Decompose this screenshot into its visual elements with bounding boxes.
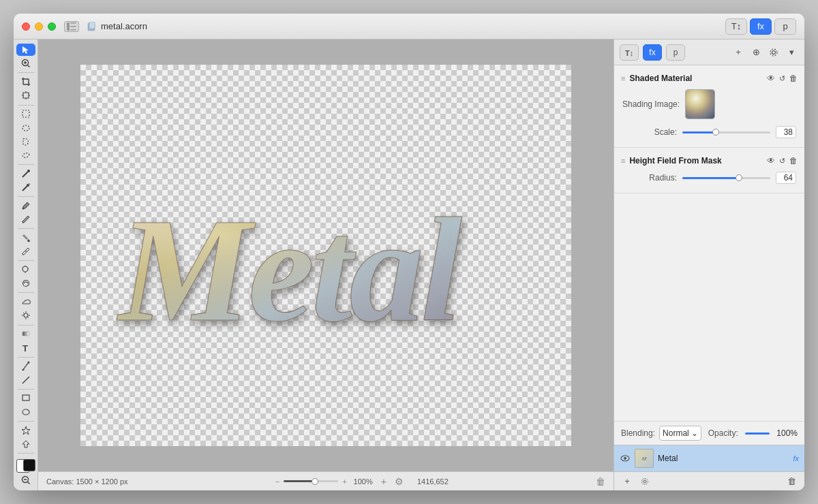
add-effect-button[interactable]: + bbox=[731, 45, 746, 60]
panel-actions: + ⊕ ▾ bbox=[731, 45, 799, 60]
line-tool[interactable] bbox=[16, 374, 35, 386]
color-picker[interactable] bbox=[16, 459, 35, 471]
radius-value[interactable]: 64 bbox=[776, 172, 796, 184]
svg-text:T: T bbox=[22, 343, 28, 353]
panel-tab-fx[interactable]: fx bbox=[643, 44, 662, 61]
params-tab[interactable]: p bbox=[774, 18, 796, 35]
scale-label: Scale: bbox=[622, 127, 677, 137]
svg-marker-6 bbox=[22, 46, 29, 54]
tools-tab[interactable]: T↕ bbox=[725, 18, 747, 35]
canvas-container[interactable]: Metal Metal bbox=[38, 40, 614, 471]
pencil-tool[interactable] bbox=[16, 213, 35, 225]
layer-settings-button[interactable] bbox=[637, 474, 652, 489]
height-field-delete[interactable]: 🗑 bbox=[789, 156, 798, 166]
svg-point-47 bbox=[22, 409, 29, 415]
minimize-button[interactable] bbox=[35, 22, 43, 31]
gradient-fill-tool[interactable] bbox=[16, 328, 35, 340]
freehand-select-tool[interactable] bbox=[16, 136, 35, 148]
drag-handle[interactable]: ≡ bbox=[621, 74, 625, 82]
radius-slider[interactable] bbox=[682, 177, 770, 179]
canvas-size-label: Canvas: 1500 × 1200 px bbox=[46, 477, 128, 486]
scale-value[interactable]: 38 bbox=[776, 126, 796, 138]
globe-button[interactable]: ⊕ bbox=[748, 45, 763, 60]
paint-bucket-tool[interactable] bbox=[16, 232, 35, 244]
left-toolbar: T bbox=[14, 40, 38, 490]
repair-tool[interactable] bbox=[16, 277, 35, 289]
panel-toolbar: T↕ fx p + ⊕ bbox=[614, 40, 804, 65]
scale-row: Scale: 38 bbox=[614, 123, 804, 142]
brush-tool[interactable] bbox=[16, 168, 35, 180]
delete-layer-button[interactable]: 🗑 bbox=[784, 474, 799, 489]
clone-tool[interactable] bbox=[16, 264, 35, 276]
selection-tool[interactable] bbox=[16, 44, 35, 56]
effects-panel: ≡ Shaded Material 👁 ↺ 🗑 Shading Image: bbox=[614, 65, 804, 421]
layers-footer: + 🗑 bbox=[614, 471, 804, 490]
scale-slider[interactable] bbox=[682, 131, 770, 133]
canvas-statusbar: Canvas: 1500 × 1200 px − + 100% + ⚙ 1416… bbox=[38, 471, 614, 490]
height-field-visibility[interactable]: 👁 bbox=[767, 156, 775, 166]
sidebar-toggle-button[interactable] bbox=[64, 21, 79, 32]
add-layer-icon[interactable]: + bbox=[381, 476, 387, 487]
shading-image-preview[interactable] bbox=[685, 89, 715, 119]
crop-tool[interactable] bbox=[16, 76, 35, 88]
layer-thumbnail: M bbox=[635, 449, 654, 468]
rect-tool[interactable] bbox=[16, 392, 35, 404]
svg-marker-49 bbox=[22, 441, 29, 447]
magic-select-tool[interactable] bbox=[16, 149, 35, 161]
oval-tool[interactable] bbox=[16, 406, 35, 418]
fx-tab[interactable]: fx bbox=[750, 18, 772, 35]
close-button[interactable] bbox=[22, 22, 30, 31]
shaded-material-delete[interactable]: 🗑 bbox=[789, 74, 798, 83]
delete-layer-icon[interactable]: 🗑 bbox=[596, 476, 605, 487]
window-title: metal.acorn bbox=[87, 21, 147, 31]
transform-tool[interactable] bbox=[16, 89, 35, 101]
add-layer-button[interactable]: + bbox=[620, 474, 635, 489]
settings-button[interactable] bbox=[766, 45, 781, 60]
svg-line-24 bbox=[22, 186, 27, 191]
dropdown-button[interactable]: ▾ bbox=[784, 45, 799, 60]
radius-label: Radius: bbox=[622, 173, 677, 183]
star-tool[interactable] bbox=[16, 424, 35, 436]
coordinates-display: 1416,652 bbox=[417, 477, 449, 486]
svg-point-33 bbox=[22, 281, 29, 287]
zoom-slider[interactable] bbox=[284, 480, 338, 482]
svg-point-21 bbox=[22, 152, 29, 158]
metal-text: Metal Metal bbox=[105, 146, 547, 364]
sun-tool[interactable] bbox=[16, 309, 35, 321]
svg-marker-48 bbox=[22, 426, 30, 435]
blending-mode-select[interactable]: Normal ⌄ bbox=[659, 426, 701, 441]
svg-point-25 bbox=[27, 184, 29, 187]
lasso-tool[interactable] bbox=[16, 121, 35, 133]
shaded-material-visibility[interactable]: 👁 bbox=[767, 74, 775, 83]
svg-point-23 bbox=[27, 170, 30, 172]
panel-tab-tools[interactable]: T↕ bbox=[620, 44, 639, 61]
svg-line-51 bbox=[27, 482, 29, 484]
zoom-tool-bottom[interactable] bbox=[16, 474, 35, 486]
svg-rect-19 bbox=[22, 110, 29, 117]
maximize-button[interactable] bbox=[48, 22, 56, 31]
arrow-shape-tool[interactable] bbox=[16, 438, 35, 450]
settings-icon[interactable]: ⚙ bbox=[395, 476, 404, 487]
rect-select-tool[interactable] bbox=[16, 108, 35, 120]
text-tool[interactable]: T bbox=[16, 341, 35, 353]
svg-rect-3 bbox=[70, 29, 76, 31]
layers-panel: M Metal fx + 🗑 bbox=[614, 445, 804, 490]
zoom-plus-icon[interactable]: + bbox=[342, 477, 346, 486]
eyedropper-tool[interactable] bbox=[16, 200, 35, 212]
panel-tab-params[interactable]: p bbox=[666, 44, 685, 61]
layer-row-metal[interactable]: M Metal fx bbox=[614, 445, 804, 471]
svg-rect-0 bbox=[67, 22, 70, 31]
height-field-undo[interactable]: ↺ bbox=[779, 157, 785, 166]
svg-line-22 bbox=[22, 172, 28, 177]
titlebar-right: T↕ fx p bbox=[725, 18, 796, 35]
smart-brush-tool[interactable] bbox=[16, 181, 35, 193]
shaded-material-undo[interactable]: ↺ bbox=[779, 74, 785, 83]
zoom-tool[interactable] bbox=[16, 57, 35, 69]
cloud-tool[interactable] bbox=[16, 296, 35, 308]
opacity-slider[interactable] bbox=[745, 432, 770, 435]
zoom-minus-icon[interactable]: − bbox=[275, 477, 279, 486]
height-drag-handle[interactable]: ≡ bbox=[621, 157, 625, 165]
pen-tool[interactable] bbox=[16, 360, 35, 372]
layer-visibility-toggle[interactable] bbox=[620, 453, 631, 464]
gradient-tool[interactable] bbox=[16, 245, 35, 257]
